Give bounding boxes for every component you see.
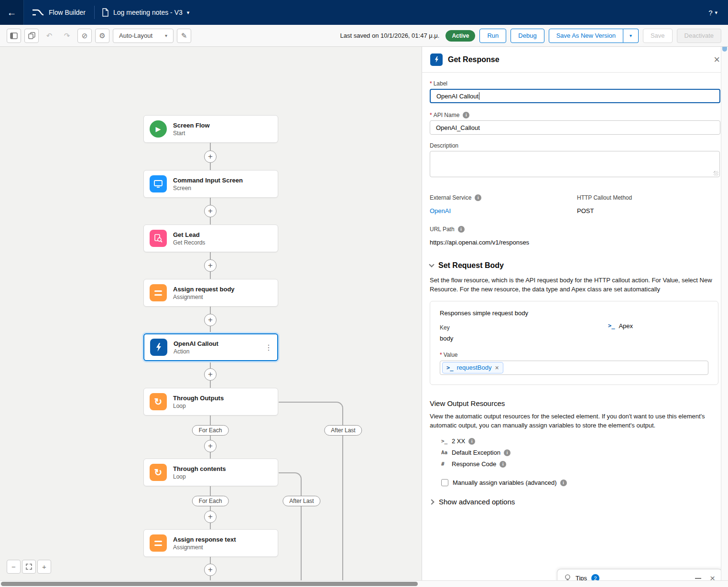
external-service-link[interactable]: OpenAI	[430, 207, 577, 214]
value-input[interactable]: >_ requestBody ×	[440, 361, 708, 375]
back-arrow-icon: ←	[7, 7, 17, 18]
manual-assign-checkbox[interactable]	[441, 479, 448, 486]
output-item-response-code[interactable]: # Response Code i	[430, 460, 720, 468]
output-item-2xx[interactable]: >_ 2 XX i	[430, 438, 720, 445]
panel-title: Get Response	[448, 55, 500, 64]
fit-to-view-button[interactable]	[22, 560, 36, 574]
node-subtitle: Assignment	[173, 294, 235, 300]
zoom-in-button[interactable]: +	[37, 560, 51, 574]
manual-assign-label: Manually assign variables (advanced)	[453, 479, 557, 486]
save-options-caret-button[interactable]: ▾	[623, 29, 639, 43]
info-icon[interactable]: i	[504, 449, 511, 456]
value-field-label: *Value	[440, 352, 708, 358]
info-icon[interactable]: i	[560, 480, 567, 486]
disable-elements-button[interactable]: ⊘	[77, 29, 92, 43]
after-last-connector-2	[279, 472, 302, 587]
number-type-icon: #	[441, 461, 452, 467]
node-menu-button[interactable]: ⋮	[265, 343, 272, 352]
deactivate-button[interactable]: Deactivate	[677, 29, 721, 43]
add-element-button[interactable]: +	[204, 368, 217, 381]
back-button[interactable]: ←	[0, 0, 24, 25]
flow-builder-brand: Flow Builder	[24, 8, 94, 17]
description-textarea[interactable]	[430, 151, 720, 177]
toggle-panel-button[interactable]	[7, 29, 21, 43]
data-type-label: Apex	[619, 322, 633, 330]
layout-select-value: Auto-Layout	[119, 32, 152, 39]
show-advanced-options-toggle[interactable]: Show advanced options	[430, 498, 720, 506]
flow-canvas[interactable]: ▶ Screen Flow Start Command Input Screen…	[0, 47, 422, 587]
node-subtitle: Assignment	[173, 544, 236, 551]
label-input-value: OpenAI Callout	[436, 93, 478, 100]
info-icon[interactable]: i	[475, 194, 481, 201]
undo-button[interactable]: ↶	[42, 29, 56, 43]
add-element-button[interactable]: +	[204, 314, 217, 326]
after-last-badge: After Last	[324, 425, 362, 436]
assignment-icon	[150, 284, 167, 301]
copy-elements-button[interactable]	[24, 29, 39, 43]
horizontal-scrollbar-thumb[interactable]	[1, 582, 418, 586]
loop-icon: ↻	[150, 464, 167, 481]
status-badge: Active	[445, 30, 475, 42]
debug-button[interactable]: Debug	[511, 29, 544, 43]
flow-node-through-outputs[interactable]: ↻ Through Outputs Loop	[143, 388, 278, 416]
info-icon[interactable]: i	[458, 226, 465, 233]
help-menu[interactable]: ? ▾	[708, 9, 728, 17]
get-records-icon	[150, 230, 167, 247]
api-name-input[interactable]: OpenAI_Callout	[430, 120, 720, 135]
plus-icon: +	[208, 370, 213, 379]
remove-pill-icon[interactable]: ×	[495, 364, 499, 372]
description-field-label: Description	[430, 142, 720, 149]
info-icon[interactable]: i	[468, 438, 475, 445]
info-icon[interactable]: i	[463, 112, 469, 118]
horizontal-scrollbar[interactable]	[0, 580, 728, 587]
layout-select[interactable]: Auto-Layout ▾	[113, 29, 174, 43]
chevron-down-icon	[429, 262, 434, 267]
add-element-button[interactable]: +	[204, 205, 217, 217]
customize-button[interactable]: ✎	[177, 29, 191, 43]
flow-node-screen-flow-start[interactable]: ▶ Screen Flow Start	[143, 115, 278, 143]
save-as-new-version-button[interactable]: Save As New Version	[549, 29, 623, 43]
for-each-badge: For Each	[192, 425, 229, 436]
minimize-icon[interactable]	[695, 578, 701, 579]
add-element-button[interactable]: +	[204, 564, 217, 576]
zoom-out-button[interactable]: −	[7, 560, 21, 574]
add-element-button[interactable]: +	[204, 511, 217, 523]
close-panel-button[interactable]: ×	[714, 54, 720, 65]
vertical-scrollbar[interactable]	[721, 40, 728, 580]
service-row: External Servicei OpenAI HTTP Callout Me…	[430, 194, 720, 214]
output-item-default-exception[interactable]: Aa Default Exception i	[430, 449, 720, 456]
http-method-label: HTTP Callout Method	[577, 194, 720, 201]
panel-body: *Label OpenAI Callout *API Name i OpenAI…	[422, 73, 728, 587]
info-icon[interactable]: i	[500, 461, 506, 468]
set-request-body-section-toggle[interactable]: Set Request Body	[430, 261, 720, 270]
flow-node-get-lead[interactable]: Get Lead Get Records	[143, 224, 278, 252]
disable-icon: ⊘	[82, 32, 88, 40]
flow-builder-icon	[32, 8, 44, 17]
flow-settings-button[interactable]: ⚙	[95, 29, 109, 43]
add-element-button[interactable]: +	[204, 150, 217, 163]
resize-grip[interactable]	[714, 171, 718, 176]
add-element-button[interactable]: +	[204, 259, 217, 272]
flow-title-menu[interactable]: Log meeting notes - V3 ▾	[95, 8, 196, 17]
flow-node-openai-callout[interactable]: OpenAI Callout Action ⋮	[143, 333, 278, 361]
request-body-pill[interactable]: >_ requestBody ×	[442, 362, 503, 374]
flow-node-through-contents[interactable]: ↻ Through contents Loop	[143, 459, 278, 486]
document-icon	[101, 8, 109, 17]
redo-icon: ↷	[64, 32, 70, 40]
label-input[interactable]: OpenAI Callout	[430, 89, 720, 103]
redo-button[interactable]: ↷	[60, 29, 74, 43]
flow-node-command-input-screen[interactable]: Command Input Screen Screen	[143, 170, 278, 198]
save-button[interactable]: Save	[643, 29, 673, 43]
layout-caret-icon: ▾	[165, 33, 167, 38]
add-element-button[interactable]: +	[204, 440, 217, 452]
node-title: Command Input Screen	[173, 177, 243, 184]
flow-node-assign-response-text[interactable]: Assign response text Assignment	[143, 529, 278, 557]
minus-icon: −	[11, 563, 16, 571]
plus-icon: +	[208, 565, 213, 575]
close-icon: ×	[714, 53, 720, 65]
flow-node-assign-request-body[interactable]: Assign request body Assignment	[143, 279, 278, 307]
plus-icon: +	[208, 441, 213, 451]
run-button[interactable]: Run	[479, 29, 506, 43]
after-last-badge: After Last	[283, 496, 320, 506]
flow-toolbar: ↶ ↷ ⊘ ⚙ Auto-Layout ▾ ✎ Last saved on 10…	[0, 25, 728, 47]
